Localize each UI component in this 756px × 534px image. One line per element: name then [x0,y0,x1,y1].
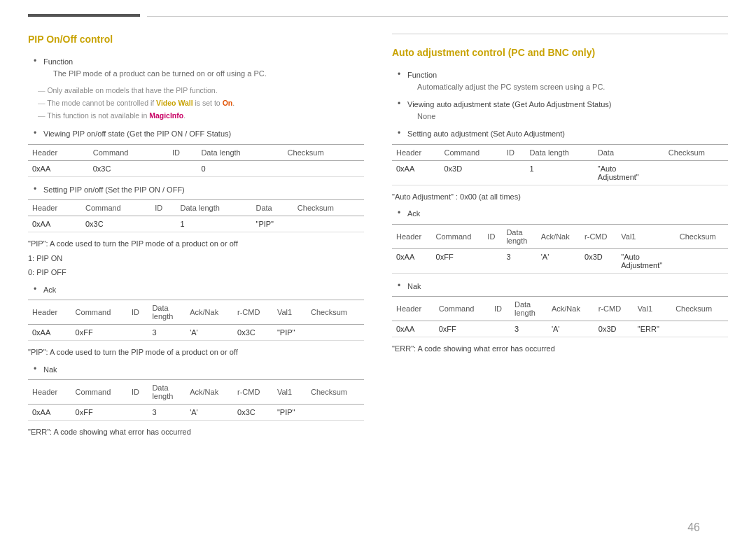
th-header: Header [28,144,89,160]
th-acknak: Ack/Nak [186,300,233,325]
td-checksum [664,160,728,185]
r-viewing-value: None [417,111,611,122]
table-pip-view: Header Command ID Data length Checksum 0… [28,144,364,177]
th-datalength: Datalength [510,297,547,321]
td-header: 0xAA [28,405,71,421]
magicinfo-highlight: MagicInfo [149,111,183,120]
td-id [127,405,148,421]
td-header: 0xAA [28,160,89,176]
th-datalength: Datalength [148,380,186,405]
right-title: Auto adjustment control (PC and BNC only… [392,47,728,59]
td-header: 0xAA [28,216,81,232]
td-data: "PIP" [251,216,293,232]
bullet-icon: • [34,56,39,81]
th-datalength: Data length [176,200,252,216]
td-datalength: 3 [502,248,536,273]
th-data: Data [594,144,664,160]
r-setting-label: Setting auto adjustment (Set Auto Adjust… [407,128,565,140]
video-wall-highlight: Video Wall [156,99,193,107]
th-checksum: Checksum [307,380,364,405]
th-command: Command [89,144,168,160]
th-header: Header [392,297,435,321]
table-row: 0xAA 0xFF 3 'A' 0x3D "ERR" [392,321,728,337]
bullet-icon-r1: • [398,69,403,94]
th-id: ID [503,144,526,160]
th-val1: Val1 [273,300,307,325]
th-command: Command [440,144,502,160]
note-2: The mode cannot be controlled if Video W… [38,98,364,109]
td-checksum [676,248,728,273]
bullet-icon-r5: • [398,281,403,293]
td-datalength: 1 [176,216,252,232]
bullet-icon-2: • [34,128,39,140]
err-desc-right: "ERR": A code showing what error has occ… [392,343,728,355]
td-command: 0xFF [432,248,484,273]
th-datalength: Data length [526,144,594,160]
th-command: Command [71,300,127,325]
table-auto-nak: Header Command ID Datalength Ack/Nak r-C… [392,296,728,337]
td-command: 0xFF [435,321,490,337]
td-val1: "ERR" [634,321,671,337]
r-viewing-label: Viewing auto adjustment state (Get Auto … [407,99,611,111]
th-data: Data [251,200,293,216]
th-header: Header [392,224,432,248]
th-id: ID [150,200,176,216]
table-pip-ack: Header Command ID Datalength Ack/Nak r-C… [28,300,364,341]
td-checksum [671,321,728,337]
right-section: Auto adjustment control (PC and BNC only… [392,34,728,441]
function-desc: The PIP mode of a product can be turned … [53,68,267,80]
td-command: 0x3C [89,160,168,176]
th-datalength: Datalength [502,224,536,248]
td-val1: "AutoAdjustment" [617,248,675,273]
r-ack-label: Ack [407,208,420,220]
left-title: PIP On/Off control [28,34,364,46]
th-command: Command [71,380,127,405]
td-acknak: 'A' [547,321,594,337]
bullet-icon-r2: • [398,99,403,124]
left-section: PIP On/Off control • Function The PIP mo… [28,34,364,441]
note-1: Only available on models that have the P… [38,85,364,97]
td-datalength: 3 [148,405,186,421]
table-row: 0xAA 0xFF 3 'A' 0x3C "PIP" [28,405,364,421]
on-highlight: On [223,99,233,107]
th-id: ID [483,224,502,248]
td-command: 0x3C [81,216,150,232]
td-datalength: 0 [197,160,283,176]
td-id [503,160,526,185]
th-header: Header [392,144,440,160]
pip-on: 1: PIP ON [28,253,364,265]
r-nak-label: Nak [407,281,421,293]
table-auto-ack: Header Command ID Datalength Ack/Nak r-C… [392,224,728,274]
td-datalength: 1 [526,160,594,185]
setting-label: Setting PIP on/off (Set the PIP ON / OFF… [43,184,185,196]
th-checksum: Checksum [293,200,364,216]
r-function-label: Function [407,69,605,81]
auto-adj-note: "Auto Adjustment" : 0x00 (at all times) [392,191,728,203]
td-id [168,160,197,176]
td-datalength: 3 [510,321,547,337]
td-val1: "PIP" [273,405,307,421]
th-id: ID [490,297,510,321]
table-row: 0xAA 0x3C 0 [28,160,364,176]
th-id: ID [127,300,148,325]
td-rcmd: 0x3D [580,248,617,273]
td-id [127,325,148,341]
td-id [483,248,502,273]
th-checksum: Checksum [676,224,728,248]
table-auto-set: Header Command ID Data length Data Check… [392,144,728,185]
td-val1: "PIP" [273,325,307,341]
th-datalength: Datalength [148,300,186,325]
th-datalength: Data length [197,144,283,160]
bullet-icon-5: • [34,364,39,376]
pip-desc-2: "PIP": A code used to turn the PIP mode … [28,346,364,358]
bullet-icon-r3: • [398,128,403,140]
td-command: 0xFF [71,405,127,421]
page-number: 46 [687,521,700,534]
th-checksum: Checksum [671,297,728,321]
table-pip-set: Header Command ID Data length Data Check… [28,199,364,232]
td-acknak: 'A' [186,405,233,421]
td-id [490,321,510,337]
td-header: 0xAA [392,248,432,273]
th-checksum: Checksum [284,144,364,160]
bullet-icon-4: • [34,284,39,296]
